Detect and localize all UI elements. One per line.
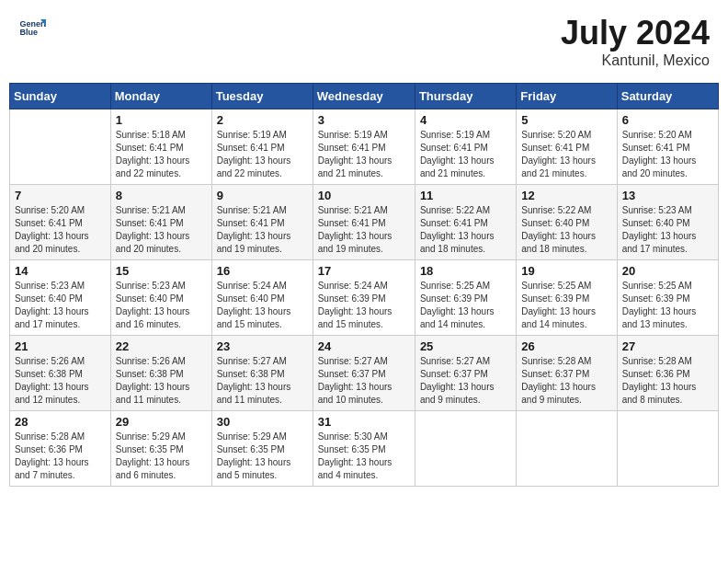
header-monday: Monday xyxy=(110,84,211,109)
day-number: 12 xyxy=(521,189,611,202)
header-friday: Friday xyxy=(517,84,617,109)
day-info: Sunrise: 5:25 AM Sunset: 6:39 PM Dayligh… xyxy=(420,280,511,331)
calendar-cell: 12Sunrise: 5:22 AM Sunset: 6:40 PM Dayli… xyxy=(517,185,617,260)
day-info: Sunrise: 5:27 AM Sunset: 6:38 PM Dayligh… xyxy=(217,355,308,407)
page-header: General Blue July 2024 Kantunil, Mexico xyxy=(9,9,719,74)
header-sunday: Sunday xyxy=(10,84,111,109)
day-number: 1 xyxy=(116,113,207,127)
calendar-cell: 19Sunrise: 5:25 AM Sunset: 6:39 PM Dayli… xyxy=(517,260,617,336)
calendar-cell: 20Sunrise: 5:25 AM Sunset: 6:39 PM Dayli… xyxy=(617,260,718,336)
day-number: 2 xyxy=(217,113,308,127)
day-number: 26 xyxy=(521,339,611,353)
day-number: 10 xyxy=(318,189,410,202)
calendar-cell: 3Sunrise: 5:19 AM Sunset: 6:41 PM Daylig… xyxy=(313,109,415,185)
calendar-week-5: 28Sunrise: 5:28 AM Sunset: 6:36 PM Dayli… xyxy=(10,411,719,487)
day-info: Sunrise: 5:19 AM Sunset: 6:41 PM Dayligh… xyxy=(217,129,308,180)
calendar-cell: 27Sunrise: 5:28 AM Sunset: 6:36 PM Dayli… xyxy=(617,336,718,411)
calendar-cell xyxy=(617,411,718,487)
calendar-week-1: 1Sunrise: 5:18 AM Sunset: 6:41 PM Daylig… xyxy=(10,109,719,185)
day-info: Sunrise: 5:24 AM Sunset: 6:39 PM Dayligh… xyxy=(318,280,410,331)
day-info: Sunrise: 5:27 AM Sunset: 6:37 PM Dayligh… xyxy=(318,355,410,407)
day-info: Sunrise: 5:21 AM Sunset: 6:41 PM Dayligh… xyxy=(116,204,207,256)
day-number: 20 xyxy=(622,264,713,278)
calendar-week-3: 14Sunrise: 5:23 AM Sunset: 6:40 PM Dayli… xyxy=(10,260,719,336)
day-number: 25 xyxy=(420,339,511,353)
location-subtitle: Kantunil, Mexico xyxy=(561,52,710,69)
calendar-cell: 24Sunrise: 5:27 AM Sunset: 6:37 PM Dayli… xyxy=(313,336,415,411)
logo-icon: General Blue xyxy=(18,14,46,41)
day-number: 23 xyxy=(217,339,308,353)
day-number: 3 xyxy=(318,113,410,127)
day-number: 11 xyxy=(420,189,511,202)
calendar-cell: 26Sunrise: 5:28 AM Sunset: 6:37 PM Dayli… xyxy=(517,336,617,411)
day-info: Sunrise: 5:26 AM Sunset: 6:38 PM Dayligh… xyxy=(15,355,106,407)
day-number: 13 xyxy=(622,189,713,202)
day-info: Sunrise: 5:20 AM Sunset: 6:41 PM Dayligh… xyxy=(15,204,106,256)
day-info: Sunrise: 5:21 AM Sunset: 6:41 PM Dayligh… xyxy=(318,204,410,256)
day-number: 24 xyxy=(318,339,410,353)
calendar-cell: 16Sunrise: 5:24 AM Sunset: 6:40 PM Dayli… xyxy=(211,260,313,336)
calendar-cell: 25Sunrise: 5:27 AM Sunset: 6:37 PM Dayli… xyxy=(415,336,516,411)
day-number: 22 xyxy=(116,339,207,353)
calendar-week-4: 21Sunrise: 5:26 AM Sunset: 6:38 PM Dayli… xyxy=(10,336,719,411)
day-number: 29 xyxy=(116,415,207,429)
day-info: Sunrise: 5:18 AM Sunset: 6:41 PM Dayligh… xyxy=(116,129,207,180)
calendar-cell: 4Sunrise: 5:19 AM Sunset: 6:41 PM Daylig… xyxy=(415,109,516,185)
day-number: 7 xyxy=(15,189,106,202)
calendar-cell: 6Sunrise: 5:20 AM Sunset: 6:41 PM Daylig… xyxy=(617,109,718,185)
calendar-cell xyxy=(517,411,617,487)
day-number: 27 xyxy=(622,339,713,353)
day-info: Sunrise: 5:20 AM Sunset: 6:41 PM Dayligh… xyxy=(521,129,611,180)
day-number: 9 xyxy=(217,189,308,202)
day-number: 4 xyxy=(420,113,511,127)
calendar-cell: 13Sunrise: 5:23 AM Sunset: 6:40 PM Dayli… xyxy=(617,185,718,260)
month-title: July 2024 xyxy=(561,14,710,52)
day-info: Sunrise: 5:23 AM Sunset: 6:40 PM Dayligh… xyxy=(622,204,713,256)
day-info: Sunrise: 5:27 AM Sunset: 6:37 PM Dayligh… xyxy=(420,355,511,407)
day-info: Sunrise: 5:28 AM Sunset: 6:37 PM Dayligh… xyxy=(521,355,611,407)
calendar-cell xyxy=(415,411,516,487)
day-info: Sunrise: 5:22 AM Sunset: 6:40 PM Dayligh… xyxy=(521,204,611,256)
header-tuesday: Tuesday xyxy=(211,84,313,109)
day-number: 16 xyxy=(217,264,308,278)
calendar-week-2: 7Sunrise: 5:20 AM Sunset: 6:41 PM Daylig… xyxy=(10,185,719,260)
header-wednesday: Wednesday xyxy=(313,84,415,109)
calendar-cell: 1Sunrise: 5:18 AM Sunset: 6:41 PM Daylig… xyxy=(110,109,211,185)
calendar-table: Sunday Monday Tuesday Wednesday Thursday… xyxy=(9,83,719,487)
calendar-cell: 5Sunrise: 5:20 AM Sunset: 6:41 PM Daylig… xyxy=(517,109,617,185)
day-number: 15 xyxy=(116,264,207,278)
day-info: Sunrise: 5:28 AM Sunset: 6:36 PM Dayligh… xyxy=(622,355,713,407)
header-saturday: Saturday xyxy=(617,84,718,109)
calendar-header-row: Sunday Monday Tuesday Wednesday Thursday… xyxy=(10,84,719,109)
title-block: July 2024 Kantunil, Mexico xyxy=(561,14,710,69)
calendar-cell: 9Sunrise: 5:21 AM Sunset: 6:41 PM Daylig… xyxy=(211,185,313,260)
svg-text:Blue: Blue xyxy=(20,28,39,37)
day-number: 17 xyxy=(318,264,410,278)
day-info: Sunrise: 5:23 AM Sunset: 6:40 PM Dayligh… xyxy=(15,280,106,331)
day-number: 6 xyxy=(622,113,713,127)
day-number: 5 xyxy=(521,113,611,127)
calendar-cell: 8Sunrise: 5:21 AM Sunset: 6:41 PM Daylig… xyxy=(110,185,211,260)
calendar-cell: 11Sunrise: 5:22 AM Sunset: 6:41 PM Dayli… xyxy=(415,185,516,260)
day-number: 21 xyxy=(15,339,106,353)
day-info: Sunrise: 5:19 AM Sunset: 6:41 PM Dayligh… xyxy=(420,129,511,180)
calendar-cell: 7Sunrise: 5:20 AM Sunset: 6:41 PM Daylig… xyxy=(10,185,111,260)
day-info: Sunrise: 5:30 AM Sunset: 6:35 PM Dayligh… xyxy=(318,431,410,482)
calendar-cell: 31Sunrise: 5:30 AM Sunset: 6:35 PM Dayli… xyxy=(313,411,415,487)
calendar-cell: 10Sunrise: 5:21 AM Sunset: 6:41 PM Dayli… xyxy=(313,185,415,260)
logo: General Blue xyxy=(18,14,50,41)
day-info: Sunrise: 5:21 AM Sunset: 6:41 PM Dayligh… xyxy=(217,204,308,256)
day-number: 19 xyxy=(521,264,611,278)
day-info: Sunrise: 5:29 AM Sunset: 6:35 PM Dayligh… xyxy=(217,431,308,482)
calendar-cell: 14Sunrise: 5:23 AM Sunset: 6:40 PM Dayli… xyxy=(10,260,111,336)
day-number: 18 xyxy=(420,264,511,278)
day-info: Sunrise: 5:28 AM Sunset: 6:36 PM Dayligh… xyxy=(15,431,106,482)
calendar-cell: 2Sunrise: 5:19 AM Sunset: 6:41 PM Daylig… xyxy=(211,109,313,185)
day-info: Sunrise: 5:29 AM Sunset: 6:35 PM Dayligh… xyxy=(116,431,207,482)
day-info: Sunrise: 5:25 AM Sunset: 6:39 PM Dayligh… xyxy=(521,280,611,331)
day-info: Sunrise: 5:26 AM Sunset: 6:38 PM Dayligh… xyxy=(116,355,207,407)
calendar-cell: 17Sunrise: 5:24 AM Sunset: 6:39 PM Dayli… xyxy=(313,260,415,336)
calendar-cell: 18Sunrise: 5:25 AM Sunset: 6:39 PM Dayli… xyxy=(415,260,516,336)
header-thursday: Thursday xyxy=(415,84,516,109)
day-number: 30 xyxy=(217,415,308,429)
